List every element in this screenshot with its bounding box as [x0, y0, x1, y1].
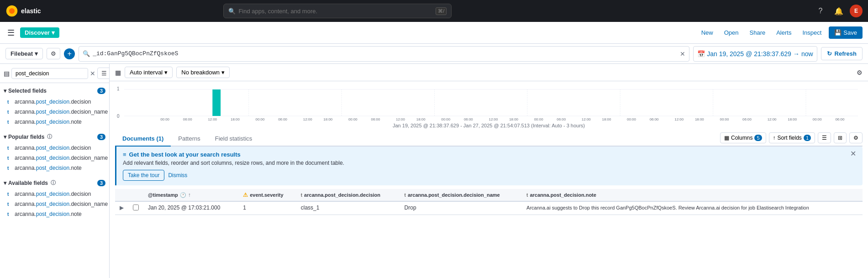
popular-fields-header[interactable]: ▾ Popular fields ⓘ 3: [0, 131, 109, 143]
share-button[interactable]: Share: [746, 27, 769, 38]
row-view-button[interactable]: ☰: [818, 132, 831, 143]
data-source-button[interactable]: Filebeat ▾: [5, 48, 43, 59]
sidebar-item[interactable]: t arcanna.post_decision.decision: [0, 189, 109, 199]
sidebar-item[interactable]: t arcanna.post_decision.note: [0, 117, 109, 127]
discover-badge[interactable]: Discover ▾: [20, 27, 59, 38]
sidebar-search-area: ▤ ✕ ☰ 0: [0, 64, 109, 83]
sidebar-item[interactable]: t arcanna.post_decision.decision_name: [0, 153, 109, 163]
th-decision-name[interactable]: t arcanna.post_decision.decision_name: [400, 189, 522, 201]
histogram-bar[interactable]: [212, 89, 221, 116]
sidebar-item[interactable]: t arcanna.post_decision.decision_name: [0, 107, 109, 117]
sidebar-item[interactable]: t arcanna.post_decision.decision: [0, 97, 109, 107]
svg-text:18:00: 18:00: [695, 117, 704, 121]
th-note[interactable]: t arcanna.post_decision.note: [522, 189, 863, 201]
document-table: @timestamp 🕐 ↑ ⚠ event.severity: [115, 189, 863, 215]
global-search[interactable]: 🔍 ⌘/: [223, 4, 452, 18]
columns-icon: ▦: [724, 135, 729, 141]
dismiss-button[interactable]: Dismiss: [168, 170, 187, 181]
field-type-badge: t: [7, 146, 13, 151]
clear-query-button[interactable]: ✕: [680, 50, 685, 58]
svg-text:00:00: 00:00: [348, 117, 358, 121]
breakdown-button[interactable]: No breakdown ▾: [176, 67, 230, 78]
inspect-button[interactable]: Inspect: [799, 27, 825, 38]
columns-button[interactable]: ▦ Columns 5: [720, 132, 766, 143]
histogram-chart: 1 0 00:00 06:00 12:00 18:00 January 20, …: [115, 85, 863, 121]
hamburger-menu-button[interactable]: ☰: [5, 26, 16, 40]
notifications-icon-button[interactable]: 🔔: [831, 4, 846, 18]
chart-settings-button[interactable]: ⚙: [857, 69, 863, 76]
alerts-button[interactable]: Alerts: [773, 27, 795, 38]
sidebar-clear-button[interactable]: ✕: [90, 70, 95, 77]
close-banner-button[interactable]: ✕: [850, 149, 856, 158]
save-button[interactable]: 💾 Save: [829, 26, 863, 39]
th-event-severity[interactable]: ⚠ event.severity: [238, 189, 296, 201]
query-input[interactable]: [93, 50, 677, 57]
help-icon-button[interactable]: ?: [813, 4, 828, 18]
svg-text:12:00: 12:00: [208, 117, 217, 121]
popular-fields-count: 3: [97, 134, 105, 140]
th-decision[interactable]: t arcanna.post_decision.decision: [296, 189, 400, 201]
svg-text:January 24, 2025: January 24, 2025: [561, 121, 589, 121]
sort-fields-button[interactable]: ↑ Sort fields 1: [769, 132, 815, 143]
global-search-input[interactable]: [238, 8, 433, 15]
elastic-logo[interactable]: elastic: [5, 5, 41, 17]
settings-view-button[interactable]: ⚙: [849, 132, 863, 143]
svg-text:18:00: 18:00: [788, 117, 797, 121]
interval-button[interactable]: Auto interval ▾: [125, 67, 173, 78]
sidebar-filter-button[interactable]: ☰: [97, 68, 110, 79]
tab-patterns[interactable]: Patterns: [171, 131, 207, 147]
new-button[interactable]: New: [698, 27, 717, 38]
column-view-button[interactable]: ⊞: [834, 132, 847, 143]
warning-icon: ⚠: [243, 192, 248, 198]
svg-text:January 25, 2025: January 25, 2025: [654, 121, 683, 121]
svg-text:January 27, 2025: January 27, 2025: [840, 121, 863, 121]
chevron-down-icon: ▾: [4, 180, 6, 186]
th-timestamp[interactable]: @timestamp 🕐 ↑: [143, 189, 238, 201]
second-navigation: ☰ Discover ▾ New Open Share Alerts Inspe…: [0, 22, 868, 44]
field-type-badge: t: [7, 156, 13, 161]
row-decision: class_1: [296, 201, 400, 215]
sidebar-item[interactable]: t arcanna.post_decision.decision_name: [0, 199, 109, 209]
svg-text:January 21, 2025: January 21, 2025: [283, 121, 311, 121]
columns-count: 5: [754, 135, 762, 141]
selected-fields-header[interactable]: ▾ Selected fields 3: [0, 85, 109, 97]
svg-text:1: 1: [117, 86, 120, 91]
sidebar-search-input[interactable]: [11, 68, 88, 79]
svg-text:00:00: 00:00: [813, 117, 822, 121]
sidebar-item[interactable]: t arcanna.post_decision.note: [0, 163, 109, 173]
th-expand: [115, 189, 128, 201]
chart-toggle-button[interactable]: ▦: [115, 69, 121, 76]
row-expand-button[interactable]: ▶: [120, 205, 124, 211]
take-tour-button[interactable]: Take the tour: [123, 170, 164, 181]
sidebar-scroll-area: ▾ Selected fields 3 t arcanna.post_decis…: [0, 83, 109, 278]
tab-field-statistics[interactable]: Field statistics: [208, 131, 260, 147]
date-range-wrapper: 📅 Jan 19, 2025 @ 21:38:37.629 → now: [693, 46, 817, 62]
sidebar-item[interactable]: t arcanna.post_decision.note: [0, 209, 109, 219]
svg-text:January 22, 2025: January 22, 2025: [375, 121, 404, 121]
sidebar-toggle-button[interactable]: ▤: [4, 70, 10, 77]
filter-options-button[interactable]: ⚙: [47, 48, 60, 59]
add-filter-button[interactable]: +: [64, 48, 75, 59]
chevron-down-icon: ▾: [164, 69, 168, 76]
row-checkbox[interactable]: [133, 205, 139, 210]
arrow-icon: →: [793, 50, 800, 58]
document-table-wrapper: @timestamp 🕐 ↑ ⚠ event.severity: [115, 189, 863, 215]
th-select: [128, 189, 143, 201]
tab-documents[interactable]: Documents (1): [115, 131, 171, 147]
available-fields-header[interactable]: ▾ Available fields ⓘ 3: [0, 177, 109, 189]
row-timestamp: Jan 20, 2025 @ 17:03:21.000: [143, 201, 238, 215]
svg-text:00:00: 00:00: [627, 117, 636, 121]
calendar-button[interactable]: 📅 Jan 19, 2025 @ 21:38:37.629 → now: [694, 50, 816, 58]
refresh-button[interactable]: ↻ Refresh: [821, 47, 863, 60]
available-fields-section: ▾ Available fields ⓘ 3 t arcanna.post_de…: [0, 175, 109, 221]
sidebar-item[interactable]: t arcanna.post_decision.decision: [0, 143, 109, 153]
info-icon: ≡: [123, 151, 126, 158]
sort-asc-icon: ↑: [188, 192, 191, 198]
row-note: Arcanna.ai suggests to Drop this record …: [522, 201, 863, 215]
svg-text:January 20, 2025: January 20, 2025: [174, 121, 202, 121]
document-tabs: Documents (1) Patterns Field statistics …: [115, 131, 863, 147]
search-shortcut: ⌘/: [436, 7, 447, 15]
user-avatar[interactable]: E: [850, 5, 863, 17]
row-expand-cell: ▶: [115, 201, 128, 215]
open-button[interactable]: Open: [721, 27, 742, 38]
